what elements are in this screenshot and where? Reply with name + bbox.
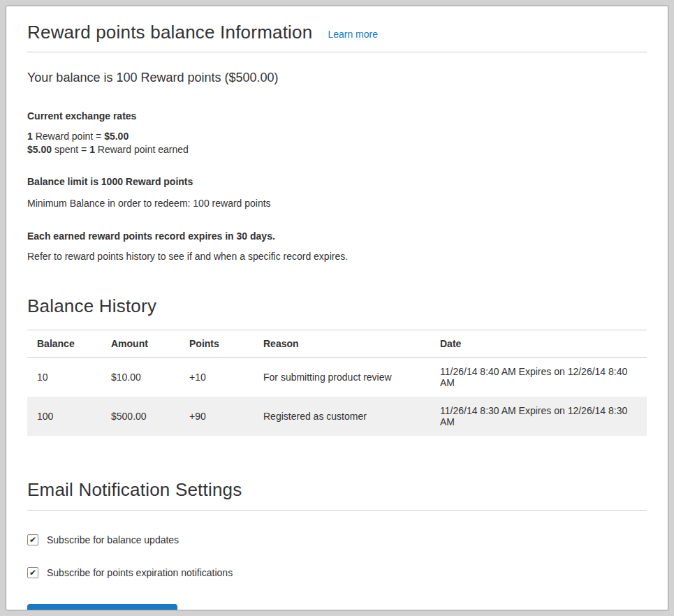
email-settings-heading: Email Notification Settings	[27, 479, 647, 501]
email-settings-header: Email Notification Settings	[27, 479, 647, 511]
check-icon: ✔	[29, 536, 36, 544]
cell-date: 11/26/14 8:40 AM Expires on 12/26/14 8:4…	[430, 358, 647, 397]
expiration-notifications-option: ✔ Subscribe for points expiration notifi…	[27, 567, 647, 578]
balance-updates-checkbox[interactable]: ✔	[27, 534, 38, 545]
page-title: Reward points balance Information	[27, 22, 312, 43]
exchange-rates-heading: Current exchange rates	[27, 110, 647, 122]
expiration-heading: Each earned reward points record expires…	[27, 230, 647, 242]
learn-more-link[interactable]: Learn more	[328, 29, 378, 40]
cell-amount: $10.00	[101, 358, 180, 397]
expiration-notifications-label[interactable]: Subscribe for points expiration notifica…	[47, 567, 233, 578]
exchange-rate-2-text-end: Reward point earned	[95, 144, 189, 155]
exchange-rate-2-value: $5.00	[27, 144, 52, 155]
expiration-notifications-checkbox[interactable]: ✔	[27, 567, 38, 578]
table-header: Balance Amount Points Reason Date	[27, 330, 647, 358]
exchange-rate-line-1: 1 Reward point = $5.00	[27, 130, 647, 143]
page-header: Reward points balance Information Learn …	[27, 22, 647, 52]
table-row: 100 $500.00 +90 Registered as customer 1…	[27, 397, 647, 436]
cell-balance: 100	[27, 397, 101, 436]
cell-amount: $500.00	[101, 397, 180, 436]
exchange-rate-line-2: $5.00 spent = 1 Reward point earned	[27, 143, 647, 156]
balance-updates-option: ✔ Subscribe for balance updates	[27, 534, 647, 545]
column-header-reason: Reason	[254, 330, 430, 358]
minimum-balance-note: Minimum Balance in order to redeem: 100 …	[27, 198, 647, 209]
exchange-rate-1-value: $5.00	[104, 131, 129, 142]
exchange-rate-1-points: 1	[27, 131, 33, 142]
column-header-points: Points	[180, 330, 254, 358]
balance-history-table: Balance Amount Points Reason Date 10 $10…	[27, 330, 647, 436]
balance-limit-heading: Balance limit is 1000 Reward points	[27, 176, 647, 187]
check-icon: ✔	[29, 569, 36, 577]
exchange-rate-2-points: 1	[89, 144, 95, 155]
cell-date: 11/26/14 8:30 AM Expires on 12/26/14 8:3…	[430, 397, 647, 436]
cell-points: +90	[180, 397, 254, 436]
save-subscription-settings-button[interactable]: Save Subscription Settings	[27, 604, 177, 610]
cell-balance: 10	[27, 358, 101, 397]
cell-reason: Registered as customer	[254, 397, 430, 436]
expiration-note: Refer to reward points history to see if…	[27, 251, 647, 262]
balance-history-heading: Balance History	[27, 295, 647, 317]
exchange-rates-lines: 1 Reward point = $5.00 $5.00 spent = 1 R…	[27, 130, 647, 156]
column-header-amount: Amount	[101, 330, 180, 358]
balance-message: Your balance is 100 Reward points ($500.…	[27, 71, 647, 85]
balance-updates-label[interactable]: Subscribe for balance updates	[47, 534, 179, 545]
column-header-balance: Balance	[27, 330, 101, 358]
exchange-rate-2-text: spent =	[52, 144, 89, 155]
column-header-date: Date	[430, 330, 647, 358]
cell-reason: For submitting product review	[254, 358, 430, 397]
reward-points-card: Reward points balance Information Learn …	[6, 6, 668, 610]
cell-points: +10	[180, 358, 254, 397]
table-row: 10 $10.00 +10 For submitting product rev…	[27, 358, 647, 397]
exchange-rate-1-text: Reward point =	[33, 131, 104, 142]
